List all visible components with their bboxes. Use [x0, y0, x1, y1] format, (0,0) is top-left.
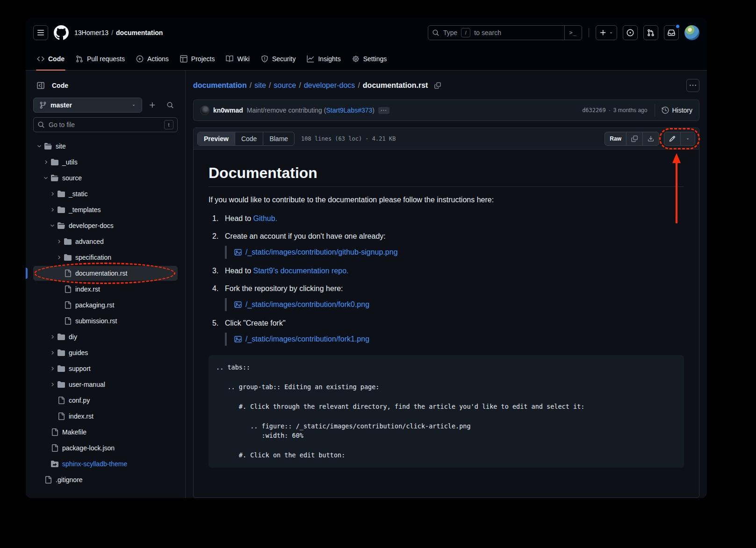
add-file-button[interactable]	[145, 98, 160, 113]
edit-dropdown-button[interactable]	[680, 132, 695, 145]
tree-item-documentation.rst[interactable]: documentation.rst	[33, 266, 178, 281]
create-new-button[interactable]	[596, 25, 617, 40]
copy-path-button[interactable]	[432, 79, 444, 92]
tree-item-label: index.rst	[69, 413, 94, 420]
tree-item-_templates[interactable]: _templates	[33, 202, 178, 217]
tree-item-_static[interactable]: _static	[33, 186, 178, 201]
doc-link[interactable]: Github.	[253, 214, 277, 222]
branch-selector[interactable]: master	[33, 98, 142, 113]
repo-owner-link[interactable]: 13Homer13	[74, 29, 108, 36]
app-header: 13Homer13 / documentation Type / to sear…	[26, 18, 707, 71]
tree-item-index.rst[interactable]: index.rst	[33, 409, 178, 424]
branch-name: master	[50, 101, 128, 109]
download-button[interactable]	[642, 132, 659, 145]
tree-item-site[interactable]: site	[33, 139, 178, 154]
copy-raw-button[interactable]	[626, 132, 642, 145]
breadcrumb-link-documentation[interactable]: documentation	[193, 81, 247, 90]
tree-item-developer-docs[interactable]: developer-docs	[33, 218, 178, 233]
folder-icon	[58, 206, 65, 214]
more-options-button[interactable]	[686, 79, 699, 92]
collapse-sidebar-button[interactable]	[33, 78, 48, 93]
go-to-file-input[interactable]: Go to file t	[33, 117, 178, 132]
tree-item-label: index.rst	[75, 285, 100, 293]
rendered-document: Documentation If you would like to contr…	[194, 149, 699, 490]
view-tab-code[interactable]: Code	[235, 132, 263, 145]
tab-pull-requests[interactable]: Pull requests	[70, 48, 130, 70]
chevron-down-icon	[685, 136, 690, 141]
hamburger-menu-button[interactable]	[33, 25, 48, 40]
issues-button[interactable]	[623, 25, 638, 40]
commit-author-avatar[interactable]	[200, 106, 209, 115]
search-icon	[432, 29, 439, 36]
tab-settings[interactable]: Settings	[346, 48, 393, 70]
tree-item-diy[interactable]: diy	[33, 329, 178, 344]
breadcrumb-link-source[interactable]: source	[274, 81, 296, 90]
tab-wiki[interactable]: Wiki	[220, 48, 255, 70]
tree-item-sphinx-scylladb-theme[interactable]: sphinx-scylladb-theme	[33, 456, 178, 471]
tree-item-specification[interactable]: specification	[33, 250, 178, 265]
tree-chevron-icon	[35, 142, 43, 150]
tree-item-conf.py[interactable]: conf.py	[33, 393, 178, 408]
tree-item-label: developer-docs	[69, 222, 114, 229]
breadcrumb-link-site[interactable]: site	[254, 81, 266, 90]
tab-code[interactable]: Code	[31, 48, 70, 70]
folder-icon	[58, 349, 65, 356]
file-icon	[64, 301, 72, 309]
doc-link[interactable]: Start9's documentation repo.	[253, 267, 348, 275]
commit-message-expand-button[interactable]	[378, 107, 389, 114]
commit-sha[interactable]: d632269	[582, 107, 606, 114]
raw-button[interactable]: Raw	[605, 132, 626, 145]
github-logo[interactable]	[54, 25, 69, 40]
tree-item-submission.rst[interactable]: submission.rst	[33, 313, 178, 328]
commit-author[interactable]: kn0wmad	[213, 107, 243, 114]
tree-item-.gitignore[interactable]: .gitignore	[33, 472, 178, 487]
tree-item-Makefile[interactable]: Makefile	[33, 425, 178, 440]
slash-keycap: /	[461, 28, 470, 37]
breadcrumb-slash: /	[108, 29, 116, 36]
tab-icon	[136, 55, 144, 63]
tree-item-source[interactable]: source	[33, 171, 178, 185]
tree-item-advanced[interactable]: advanced	[33, 234, 178, 249]
tree-item-user-manual[interactable]: user-manual	[33, 377, 178, 392]
file-meta: 108 lines (63 loc) · 4.21 KB	[301, 135, 396, 142]
pull-requests-button[interactable]	[643, 25, 658, 40]
search-placeholder-suffix: to search	[474, 29, 501, 36]
tree-chevron-icon	[42, 460, 50, 468]
tab-insights[interactable]: Insights	[301, 48, 346, 70]
edit-file-button[interactable]	[664, 132, 680, 145]
image-link[interactable]: /_static/images/contribution/fork0.png	[245, 299, 369, 310]
tree-item-index.rst[interactable]: index.rst	[33, 282, 178, 297]
tree-item-label: guides	[69, 349, 88, 356]
commit-pr-link[interactable]: Start9Labs#373	[326, 107, 372, 114]
repo-name-link[interactable]: documentation	[116, 29, 163, 36]
code-block: .. tabs:: .. group-tab:: Editing an exis…	[209, 355, 684, 468]
tree-item-packaging.rst[interactable]: packaging.rst	[33, 298, 178, 313]
image-link[interactable]: /_static/images/contribution/fork1.png	[245, 334, 369, 345]
view-tab-blame[interactable]: Blame	[263, 132, 294, 145]
command-palette-icon[interactable]: >_	[564, 26, 582, 40]
tree-item-guides[interactable]: guides	[33, 345, 178, 360]
tab-actions[interactable]: Actions	[130, 48, 174, 70]
breadcrumb-separator: /	[250, 81, 252, 90]
tree-chevron-icon	[42, 158, 50, 166]
tab-projects[interactable]: Projects	[174, 48, 221, 70]
folder-icon	[58, 333, 65, 341]
image-link[interactable]: /_static/images/contribution/github-sign…	[245, 247, 398, 258]
tree-item-_utils[interactable]: _utils	[33, 155, 178, 170]
global-search-input[interactable]: Type / to search >_	[428, 25, 582, 40]
breadcrumb-link-developer-docs[interactable]: developer-docs	[304, 81, 355, 90]
file-icon	[64, 285, 72, 293]
search-this-repo-button[interactable]	[163, 98, 178, 113]
inbox-button[interactable]	[664, 25, 679, 40]
page-body: Code master Go to file t	[26, 71, 707, 498]
tab-icon	[307, 55, 314, 63]
tab-security[interactable]: Security	[255, 48, 302, 70]
file-icon	[44, 476, 52, 484]
tree-item-package-lock.json[interactable]: package-lock.json	[33, 441, 178, 455]
user-avatar[interactable]	[684, 25, 699, 40]
view-tab-preview[interactable]: Preview	[198, 132, 235, 145]
history-button[interactable]: History	[655, 104, 692, 116]
file-toolbar: PreviewCodeBlame 108 lines (63 loc) · 4.…	[194, 128, 699, 149]
tree-chevron-icon	[55, 254, 63, 261]
tree-item-support[interactable]: support	[33, 361, 178, 376]
